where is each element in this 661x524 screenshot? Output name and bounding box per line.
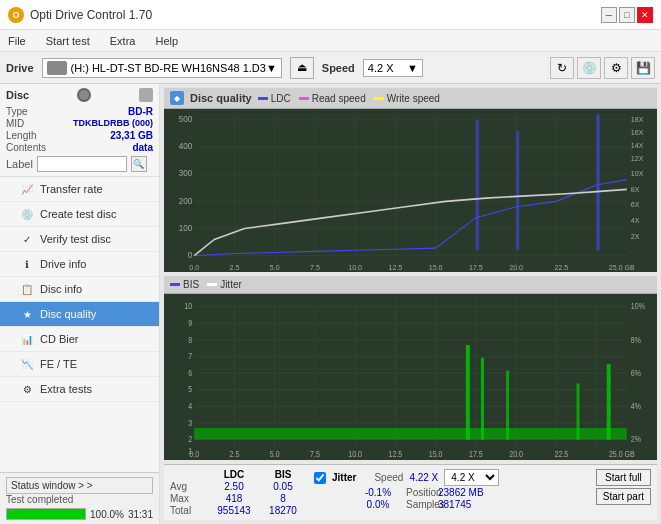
svg-text:8%: 8% [631,335,641,345]
transfer-rate-icon: 📈 [20,182,34,196]
sidebar-item-extra-tests[interactable]: ⚙ Extra tests [0,377,159,402]
svg-text:5.0: 5.0 [270,450,280,460]
svg-text:16X: 16X [631,128,644,137]
bis-chart-svg: 10 9 8 7 6 5 4 3 2 1 10% 8% 6% 4% 2% [164,294,657,460]
start-full-button[interactable]: Start full [596,469,651,486]
svg-text:14X: 14X [631,141,644,150]
stats-total-label: Total [170,505,206,516]
save-icon[interactable]: 💾 [631,57,655,79]
svg-text:2%: 2% [631,434,641,444]
progress-percent: 100.0% [90,509,124,520]
app-logo: O [8,7,24,23]
svg-text:4X: 4X [631,216,640,225]
ldc-legend-label: LDC [271,93,291,104]
elapsed-time: 31:31 [128,509,153,520]
start-part-button[interactable]: Start part [596,488,651,505]
svg-text:17.5: 17.5 [469,450,483,460]
legend-write-speed: Write speed [374,93,440,104]
stats-max-row: Max 418 8 [170,493,304,504]
sidebar-item-disc-info[interactable]: 📋 Disc info [0,277,159,302]
close-button[interactable]: ✕ [637,7,653,23]
sidebar-item-verify-test-disc[interactable]: ✓ Verify test disc [0,227,159,252]
stats-avg-bis: 0.05 [262,481,304,492]
sidebar-item-cd-bier[interactable]: 📊 CD Bier [0,327,159,352]
svg-rect-69 [506,371,509,440]
svg-text:4%: 4% [631,401,641,411]
stats-avg-row: Avg 2.50 0.05 [170,481,304,492]
jitter-label: Jitter [332,472,356,483]
sidebar-item-fe-te[interactable]: 📉 FE / TE [0,352,159,377]
svg-text:15.0: 15.0 [429,263,443,272]
svg-text:22.5: 22.5 [555,450,569,460]
bis-chart-area: 10 9 8 7 6 5 4 3 2 1 10% 8% 6% 4% 2% [164,294,657,460]
speed-select[interactable]: 4.2 X ▼ [363,59,423,77]
content-area: ◆ Disc quality LDC Read speed Write spee… [160,84,661,524]
start-buttons: Start full Start part [596,469,651,505]
drive-dropdown-icon: ▼ [266,62,277,74]
svg-text:5: 5 [188,385,192,395]
minimize-button[interactable]: ─ [601,7,617,23]
jitter-checkbox[interactable] [314,472,326,484]
svg-rect-66 [194,428,627,439]
verify-test-disc-icon: ✓ [20,232,34,246]
svg-rect-68 [481,358,484,440]
disc-contents-label: Contents [6,142,46,153]
stats-jitter-section: Jitter Speed 4.22 X 4.2 X -0.1% Position… [314,469,499,510]
refresh-icon[interactable]: ↻ [550,57,574,79]
sidebar-item-disc-quality-label: Disc quality [40,308,96,320]
svg-text:2.5: 2.5 [230,450,240,460]
disc-mid-value: TDKBLDRBB (000) [73,118,153,129]
ldc-legend-dot [258,97,268,100]
drive-select[interactable]: (H:) HL-DT-ST BD-RE WH16NS48 1.D3 ▼ [42,58,282,78]
menu-extra[interactable]: Extra [106,33,140,49]
eject-button[interactable]: ⏏ [290,57,314,79]
sidebar-item-transfer-rate[interactable]: 📈 Transfer rate [0,177,159,202]
read-speed-legend-dot [299,97,309,100]
stats-total-bis: 18270 [262,505,304,516]
sidebar-item-create-test-disc[interactable]: 💿 Create test disc [0,202,159,227]
svg-text:2.5: 2.5 [230,263,240,272]
status-window-button[interactable]: Status window > > [6,477,153,494]
menu-start-test[interactable]: Start test [42,33,94,49]
menu-file[interactable]: File [4,33,30,49]
disc-options-icon[interactable] [139,88,153,102]
speed-label-stats: Speed [374,472,403,483]
svg-text:200: 200 [179,195,193,205]
stats-columns: LDC BIS Avg 2.50 0.05 Max 418 8 Total 95… [170,469,304,516]
sidebar-item-disc-quality[interactable]: ★ Disc quality [0,302,159,327]
jitter-max-row: 0.0% Samples 381745 [314,499,499,510]
speed-dropdown-stats[interactable]: 4.2 X [444,469,499,486]
disc-icon[interactable]: 💿 [577,57,601,79]
bis-chart-panel: BIS Jitter [164,276,657,460]
svg-text:25.0 GB: 25.0 GB [609,263,635,272]
disc-label-label: Label [6,158,33,170]
toolbar-icons: ↻ 💿 ⚙ 💾 [550,57,655,79]
stats-bar: LDC BIS Avg 2.50 0.05 Max 418 8 Total 95… [164,464,657,520]
sidebar-item-drive-info[interactable]: ℹ Drive info [0,252,159,277]
sidebar-item-transfer-rate-label: Transfer rate [40,183,103,195]
svg-text:22.5: 22.5 [555,263,569,272]
drive-bar: Drive (H:) HL-DT-ST BD-RE WH16NS48 1.D3 … [0,52,661,84]
maximize-button[interactable]: □ [619,7,635,23]
stats-max-label: Max [170,493,206,504]
svg-text:300: 300 [179,168,193,178]
svg-text:7.5: 7.5 [310,263,320,272]
disc-info-icon: 📋 [20,282,34,296]
svg-text:10X: 10X [631,169,644,178]
svg-rect-71 [607,364,611,439]
svg-text:25.0 GB: 25.0 GB [609,450,635,460]
sidebar-item-fe-te-label: FE / TE [40,358,77,370]
stats-avg-jitter: -0.1% [352,487,404,498]
svg-text:18X: 18X [631,115,644,124]
disc-label-button[interactable]: 🔍 [131,156,147,172]
stats-header-row: LDC BIS [170,469,304,480]
menu-help[interactable]: Help [151,33,182,49]
extra-tests-icon: ⚙ [20,382,34,396]
sidebar-item-cd-bier-label: CD Bier [40,333,79,345]
settings-icon[interactable]: ⚙ [604,57,628,79]
stats-total-ldc: 955143 [208,505,260,516]
drive-icon [47,61,67,75]
disc-label-input[interactable] [37,156,127,172]
legend-jitter: Jitter [207,279,242,290]
quality-chart-header: ◆ Disc quality LDC Read speed Write spee… [164,88,657,109]
